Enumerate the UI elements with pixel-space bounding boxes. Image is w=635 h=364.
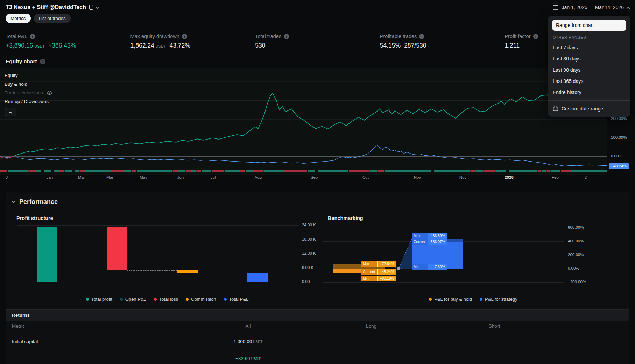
col-metric: Metric	[6, 323, 195, 329]
help-icon[interactable]: ?	[40, 59, 45, 64]
menu-item-last-365-days[interactable]: Last 365 days	[548, 76, 630, 87]
current-value-badge: −48.24%	[609, 163, 629, 169]
legend-label: Open P&L	[125, 297, 146, 302]
metric-label: Total trades	[255, 34, 281, 39]
row-metric-label: Initial capital	[6, 339, 195, 344]
legend-item-buy-hold[interactable]: Buy & hold	[5, 80, 52, 88]
legend-label: Total loss	[159, 297, 178, 302]
legend-item-trades-excursions[interactable]: Trades excursions	[5, 88, 52, 97]
menu-item-entire-history[interactable]: Entire history	[548, 87, 630, 98]
strategy-max-tooltip: Max436.89%	[412, 233, 447, 239]
gridline	[17, 282, 299, 282]
tooltip-value: 436.89%	[428, 233, 447, 239]
chevron-up-icon	[627, 7, 630, 10]
info-icon[interactable]: i	[284, 34, 289, 39]
legend-item-total-p-l[interactable]: Total P&L	[224, 297, 249, 302]
row-value-all: +32.60USDT	[195, 351, 301, 361]
metric-max-drawdown: Max equity drawdowni 1,862.24USDT43.72%	[130, 34, 255, 49]
metric-extra: +386.43%	[48, 42, 76, 49]
y-axis-tick: 0.00	[302, 279, 310, 284]
legend-item-total-profit[interactable]: Total profit	[86, 297, 112, 302]
legend-item-p-l-for-buy-hold[interactable]: P&L for buy & hold	[429, 297, 472, 302]
row-value-all: 1,000.00USDT	[195, 339, 301, 344]
tooltip-label: Current	[361, 269, 377, 275]
profit-structure-title: Profit structure	[16, 215, 323, 221]
menu-item-last-7-days[interactable]: Last 7 days	[548, 42, 630, 53]
y-axis-tick: 12.00 K	[302, 251, 316, 255]
legend-dot	[154, 298, 157, 301]
legend-dot	[480, 298, 482, 301]
row-metric-label: Open P&L	[6, 351, 195, 364]
y-axis-tick: 400.00%	[568, 239, 584, 243]
legend-item-equity[interactable]: Equity	[5, 71, 52, 80]
benchmarking-title: Benchmarking	[328, 215, 623, 221]
tooltip-label: Max	[361, 261, 377, 267]
x-axis-tick: 2026	[505, 175, 514, 179]
returns-column-headers: Metric All Long Short	[6, 321, 629, 331]
waterfall-bar-total-loss[interactable]	[107, 227, 127, 270]
performance-title: Performance	[19, 198, 58, 206]
profit-structure-chart[interactable]: 24.00 K18.00 K12.00 K6.00 K0.00	[12, 222, 323, 291]
date-range-value: Jan 1, 2025 — Mar 14, 2026	[562, 5, 624, 10]
waterfall-bar-total-profit[interactable]	[37, 227, 57, 282]
waterfall-connector	[127, 270, 177, 271]
legend-item-total-loss[interactable]: Total loss	[154, 297, 178, 302]
legend-item-commission[interactable]: Commission	[186, 297, 216, 302]
y-axis-tick: 0.00%	[568, 266, 579, 270]
menu-selected-range[interactable]: Range from chart	[552, 20, 626, 31]
metric-unit: USDT	[156, 44, 166, 48]
benchmarking-legend: P&L for buy & holdP&L for strategy	[323, 297, 623, 302]
x-axis-tick: Jan	[47, 175, 53, 179]
date-range-control[interactable]: Jan 1, 2025 — Mar 14, 2026	[552, 4, 629, 10]
strategy-title-control[interactable]: T3 Nexus + Stiff @DaviddTech	[6, 4, 99, 10]
y-axis-tick: 6.00 K	[302, 265, 313, 270]
profit-structure-legend: Total profitOpen P&LTotal lossCommission…	[12, 297, 323, 302]
info-icon[interactable]: i	[419, 34, 424, 39]
info-icon[interactable]: i	[182, 34, 187, 39]
eye-off-icon[interactable]	[47, 91, 52, 95]
view-tabs: Metrics List of trades	[0, 10, 635, 23]
tab-metrics[interactable]: Metrics	[6, 14, 31, 23]
strategy-min-tooltip: Min−7.60%	[412, 264, 447, 270]
waterfall-bar-total-p-l[interactable]	[247, 273, 268, 282]
equity-chart-header: Equity chart ?	[0, 49, 635, 65]
info-icon[interactable]: i	[533, 34, 538, 39]
x-axis-tick: 3	[6, 175, 8, 179]
y-axis-tick: 600.00%	[568, 225, 584, 229]
metric-total-pnl: Total P&Li +3,890.16USDT+386.43%	[6, 34, 130, 49]
metric-unit: USDT	[34, 44, 45, 48]
x-axis-tick: Mar	[106, 175, 113, 179]
legend-label: Trades excursions	[5, 90, 43, 95]
metric-total-trades: Total tradesi 530	[255, 34, 380, 49]
calendar-icon	[553, 106, 558, 112]
legend-label: Total profit	[91, 297, 112, 302]
metric-profitable-trades: Profitable tradesi 54.15%287/530	[380, 34, 505, 49]
menu-item-custom-date-range[interactable]: Custom date range…	[548, 103, 630, 114]
tooltip-value: −60.18%	[377, 276, 396, 281]
header-bar: T3 Nexus + Stiff @DaviddTech Jan 1, 2025…	[0, 0, 635, 10]
waterfall-bar-commission[interactable]	[177, 270, 198, 272]
equity-chart-legend: EquityBuy & holdTrades excursionsRun-up …	[5, 71, 52, 116]
menu-group-label: OTHER RANGES	[553, 35, 626, 40]
performance-header[interactable]: Performance	[6, 192, 629, 208]
tab-list-of-trades[interactable]: List of trades	[34, 14, 71, 23]
menu-item-last-30-days[interactable]: Last 30 days	[548, 53, 630, 64]
menu-item-last-90-days[interactable]: Last 90 days	[548, 64, 630, 76]
legend-label: Equity	[5, 73, 18, 78]
menu-divider	[548, 100, 630, 101]
legend-label: P&L for buy & hold	[434, 297, 472, 302]
legend-item-open-p-l[interactable]: Open P&L	[120, 297, 146, 302]
legend-item-p-l-for-strategy[interactable]: P&L for strategy	[480, 297, 517, 302]
profit-structure-block: Profit structure 24.00 K18.00 K12.00 K6.…	[12, 213, 323, 302]
y-axis-tick: 24.00 K	[302, 223, 316, 227]
metric-label: Profit factor	[505, 34, 530, 39]
buy-hold-min-tooltip: Min−60.18%	[361, 276, 396, 281]
legend-item-run-up-drawdowns[interactable]: Run-up / Drawdowns	[5, 97, 52, 106]
equity-chart-canvas[interactable]	[0, 68, 607, 175]
collapse-legend-button[interactable]	[5, 108, 16, 116]
calendar-icon	[552, 4, 559, 10]
benchmarking-chart[interactable]: 600.00%400.00%200.00%0.00%−200.00%Max72.…	[323, 222, 623, 291]
tooltip-label: Current	[412, 239, 428, 245]
gridline	[17, 225, 299, 226]
info-icon[interactable]: i	[30, 34, 35, 39]
